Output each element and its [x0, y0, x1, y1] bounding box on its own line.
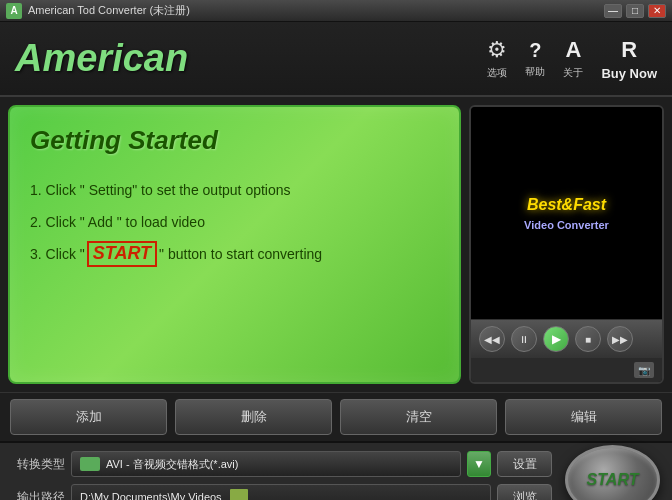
buynow-icon-item[interactable]: R Buy Now — [601, 37, 657, 81]
play-button[interactable]: ▶ — [543, 326, 569, 352]
help-label: 帮助 — [525, 65, 545, 79]
app-brand: American — [15, 37, 487, 80]
start-button-label: START — [587, 471, 639, 489]
step-1: 1. Click " Setting" to set the output op… — [30, 176, 439, 204]
output-row: 输出路径 D:\My Documents\My Videos 浏览 — [10, 484, 552, 500]
about-icon-item[interactable]: A 关于 — [563, 37, 583, 80]
getting-started-panel: Getting Started 1. Click " Setting" to s… — [8, 105, 461, 384]
output-path-value: D:\My Documents\My Videos — [80, 491, 222, 500]
step-2: 2. Click " Add " to load video — [30, 208, 439, 236]
about-icon: A — [565, 37, 581, 63]
close-button[interactable]: ✕ — [648, 4, 666, 18]
step-3-prefix: 3. Click " — [30, 246, 85, 262]
getting-started-title: Getting Started — [30, 125, 439, 156]
start-button[interactable]: START — [565, 445, 660, 500]
browse-button[interactable]: 浏览 — [497, 484, 552, 500]
minimize-button[interactable]: — — [604, 4, 622, 18]
video-bottom-bar: 📷 — [471, 358, 662, 382]
titlebar-title: American Tod Converter (未注册) — [28, 3, 604, 18]
about-label: 关于 — [563, 66, 583, 80]
rewind-button[interactable]: ◀◀ — [479, 326, 505, 352]
settings-icon: ⚙ — [487, 37, 507, 63]
titlebar: A American Tod Converter (未注册) — □ ✕ — [0, 0, 672, 22]
maximize-button[interactable]: □ — [626, 4, 644, 18]
app-icon: A — [6, 3, 22, 19]
video-brand-sub: Video Converter — [524, 219, 609, 231]
video-controls-bar: ◀◀ ⏸ ▶ ■ ▶▶ — [471, 320, 662, 358]
getting-started-steps: 1. Click " Setting" to set the output op… — [30, 176, 439, 268]
output-path-input[interactable]: D:\My Documents\My Videos — [71, 484, 491, 500]
buynow-label: Buy Now — [601, 66, 657, 81]
edit-button[interactable]: 编辑 — [505, 399, 662, 435]
clear-button[interactable]: 清空 — [340, 399, 497, 435]
start-highlight: START — [87, 241, 157, 267]
help-icon-item[interactable]: ? 帮助 — [525, 39, 545, 79]
action-buttons-row: 添加 删除 清空 编辑 — [0, 392, 672, 441]
screenshot-icon[interactable]: 📷 — [634, 362, 654, 378]
settings-label: 选项 — [487, 66, 507, 80]
bottom-area: 转换类型 AVI - 音视频交错格式(*.avi) ▼ 设置 输出路径 D:\M… — [0, 441, 672, 500]
output-path-wrapper: D:\My Documents\My Videos — [71, 484, 491, 500]
main-area: Getting Started 1. Click " Setting" to s… — [0, 97, 672, 392]
delete-button[interactable]: 删除 — [175, 399, 332, 435]
stop-button[interactable]: ■ — [575, 326, 601, 352]
format-select-value: AVI - 音视频交错格式(*.avi) — [106, 457, 238, 472]
format-select-wrapper: AVI - 音视频交错格式(*.avi) ▼ — [71, 451, 491, 477]
header-icon-group: ⚙ 选项 ? 帮助 A 关于 R Buy Now — [487, 37, 657, 81]
buynow-icon: R — [621, 37, 637, 63]
output-label: 输出路径 — [10, 489, 65, 501]
step-3-suffix: " button to start converting — [159, 246, 322, 262]
video-brand-text: Best&Fast — [527, 195, 606, 216]
add-button[interactable]: 添加 — [10, 399, 167, 435]
header: American ⚙ 选项 ? 帮助 A 关于 R Buy Now — [0, 22, 672, 97]
step-3: 3. Click "START" button to start convert… — [30, 240, 439, 268]
folder-icon — [230, 489, 248, 500]
avi-icon — [80, 457, 100, 471]
settings-icon-item[interactable]: ⚙ 选项 — [487, 37, 507, 80]
settings-button[interactable]: 设置 — [497, 451, 552, 477]
video-panel: Best&Fast Video Converter ◀◀ ⏸ ▶ ■ ▶▶ 📷 — [469, 105, 664, 384]
format-dropdown-arrow[interactable]: ▼ — [467, 451, 491, 477]
video-screen: Best&Fast Video Converter — [471, 107, 662, 320]
help-icon: ? — [529, 39, 541, 62]
window-controls: — □ ✕ — [604, 4, 666, 18]
forward-button[interactable]: ▶▶ — [607, 326, 633, 352]
pause-button[interactable]: ⏸ — [511, 326, 537, 352]
format-select[interactable]: AVI - 音视频交错格式(*.avi) — [71, 451, 461, 477]
format-label: 转换类型 — [10, 456, 65, 473]
format-row: 转换类型 AVI - 音视频交错格式(*.avi) ▼ 设置 — [10, 451, 552, 477]
start-button-container: START — [565, 445, 660, 500]
